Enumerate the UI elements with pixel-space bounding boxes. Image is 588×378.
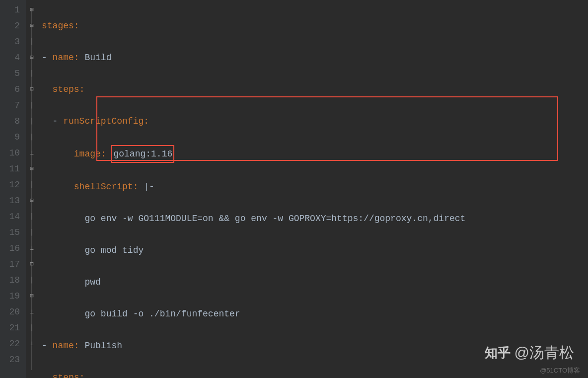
zhihu-icon: 知乎 xyxy=(485,344,511,362)
line-number: 1 xyxy=(4,2,20,18)
line-number: 14 xyxy=(4,209,20,225)
zhihu-watermark: 知乎 @汤青松 xyxy=(485,343,574,363)
line-number: 21 xyxy=(4,320,20,336)
line-number-gutter: 1 2 3 4 5 6 7 8 9 10 11 12 13 14 15 16 1… xyxy=(0,0,26,378)
line-number: 5 xyxy=(4,66,20,81)
line-number: 4 xyxy=(4,50,20,66)
line-number: 23 xyxy=(4,352,20,368)
fold-toggle-icon[interactable]: ⊟ xyxy=(26,50,38,66)
fold-toggle-icon[interactable]: ⊟ xyxy=(26,193,38,209)
line-number: 3 xyxy=(4,34,20,50)
line-number: 9 xyxy=(4,129,20,145)
line-number: 11 xyxy=(4,161,20,177)
code-line: - name: Build xyxy=(42,50,588,66)
highlight-image: golang:1.16 xyxy=(111,145,174,163)
code-line: go env -w GO111MODULE=on && go env -w GO… xyxy=(42,211,588,227)
code-editor[interactable]: 1 2 3 4 5 6 7 8 9 10 11 12 13 14 15 16 1… xyxy=(0,0,588,378)
line-number: 8 xyxy=(4,113,20,129)
fold-gutter: ⊟ ⊟ │ ⊟ │ ⊟ │ │ │ ⊥ ⊟ │ ⊟ │ │ ⊥ ⊟ │ ⊟ ⊥ … xyxy=(26,0,38,378)
fold-toggle-icon[interactable]: ⊟ xyxy=(26,256,38,272)
code-line: go mod tidy xyxy=(42,242,588,258)
fold-toggle-icon[interactable]: ⊟ xyxy=(26,81,38,97)
code-line: image: golang:1.16 xyxy=(42,145,588,163)
code-line: steps: xyxy=(42,370,588,378)
line-number: 10 xyxy=(4,145,20,161)
fold-toggle-icon[interactable]: ⊟ xyxy=(26,161,38,177)
line-number: 22 xyxy=(4,336,20,352)
line-number: 6 xyxy=(4,81,20,97)
line-number: 13 xyxy=(4,193,20,209)
line-number: 2 xyxy=(4,18,20,34)
line-number: 7 xyxy=(4,97,20,113)
fold-toggle-icon[interactable]: ⊟ xyxy=(26,288,38,304)
code-line: shellScript: |- xyxy=(42,179,588,195)
code-line: - runScriptConfig: xyxy=(42,113,588,129)
cto-watermark: @51CTO博客 xyxy=(540,366,580,375)
line-number: 15 xyxy=(4,225,20,240)
line-number: 19 xyxy=(4,288,20,304)
line-number: 16 xyxy=(4,240,20,256)
fold-toggle-icon[interactable]: ⊟ xyxy=(26,2,38,18)
code-line: stages: xyxy=(42,18,588,34)
code-line: go build -o ./bin/funfecenter xyxy=(42,306,588,322)
code-line: pwd xyxy=(42,274,588,290)
line-number: 20 xyxy=(4,304,20,320)
code-area[interactable]: stages: - name: Build steps: - runScript… xyxy=(38,0,588,378)
line-number: 12 xyxy=(4,177,20,193)
line-number: 17 xyxy=(4,256,20,272)
fold-toggle-icon[interactable]: ⊟ xyxy=(26,18,38,34)
line-number: 18 xyxy=(4,272,20,288)
code-line: steps: xyxy=(42,81,588,97)
author-handle: @汤青松 xyxy=(514,343,574,363)
